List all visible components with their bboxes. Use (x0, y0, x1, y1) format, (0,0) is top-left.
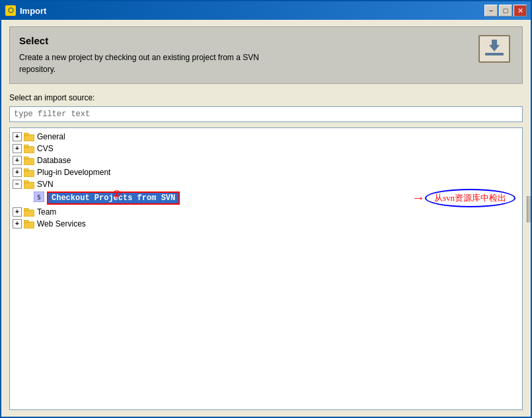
svg-text:S: S (37, 194, 40, 201)
folder-icon-cvs (24, 144, 34, 153)
download-icon (482, 38, 506, 59)
annotation-number: ① (112, 189, 121, 200)
expand-svn[interactable]: − (13, 180, 22, 189)
svg-rect-0 (485, 53, 504, 55)
svg-rect-4 (24, 133, 28, 135)
tree-item-webservices[interactable]: + Web Services (10, 218, 522, 230)
annotation-arrow-icon: → (414, 191, 422, 206)
svg-rect-18 (24, 220, 28, 223)
checkout-row-container: ① S Checkout Projects from SVN (10, 190, 522, 206)
svn-icon-inner (478, 35, 510, 63)
section-heading: Select (19, 35, 468, 46)
svg-rect-12 (24, 180, 28, 183)
svg-rect-17 (24, 222, 34, 228)
tree-item-database-label: Database (37, 156, 71, 165)
svg-rect-15 (24, 210, 34, 217)
section-description: Create a new project by checking out an … (19, 52, 468, 75)
tree-item-webservices-label: Web Services (37, 219, 86, 228)
expand-database[interactable]: + (13, 156, 22, 165)
minimize-button[interactable]: − (484, 5, 498, 17)
annotation-container: → 从svn资源库中检出 (414, 189, 515, 207)
expand-cvs[interactable]: + (13, 144, 22, 153)
svg-rect-2 (492, 40, 497, 46)
svg-rect-8 (24, 157, 28, 159)
tree-item-database[interactable]: + Database (10, 155, 522, 166)
window-controls: − □ ✕ (484, 5, 527, 17)
checkout-icon: S (34, 192, 44, 205)
svg-rect-3 (24, 135, 34, 141)
svg-rect-6 (24, 145, 28, 147)
svn-icon (478, 35, 513, 65)
import-dialog: ⬡ Import − □ ✕ Select Create a new proje… (0, 0, 532, 418)
folder-icon-general (24, 132, 34, 141)
folder-icon-webservices (24, 219, 34, 228)
expand-team[interactable]: + (13, 207, 22, 217)
tree-item-cvs[interactable]: + CVS (10, 143, 522, 155)
header-section: Select Create a new project by checking … (9, 26, 523, 84)
folder-icon-svn (24, 180, 34, 189)
svg-rect-9 (24, 170, 34, 177)
filter-input[interactable] (9, 106, 523, 122)
tree-view: + General + (9, 127, 523, 410)
folder-icon-database (24, 156, 34, 165)
tree-item-general-label: General (37, 132, 65, 141)
title-bar: ⬡ Import − □ ✕ (1, 1, 531, 20)
svg-rect-5 (24, 147, 34, 153)
expand-plugin[interactable]: + (13, 168, 22, 177)
dialog-content: Select Create a new project by checking … (1, 20, 531, 417)
tree-item-cvs-label: CVS (37, 144, 54, 153)
import-source-label: Select an import source: (9, 93, 523, 102)
maximize-button[interactable]: □ (499, 5, 512, 17)
svg-rect-16 (24, 208, 28, 211)
folder-icon-team (24, 207, 34, 217)
header-text-area: Select Create a new project by checking … (19, 35, 468, 75)
expand-general[interactable]: + (13, 132, 22, 141)
svg-rect-10 (24, 168, 28, 171)
tree-item-svn-label: SVN (37, 180, 54, 189)
window-title: Import (20, 6, 484, 16)
annotation-text: 从svn资源库中检出 (425, 189, 515, 207)
expand-webservices[interactable]: + (13, 219, 22, 228)
svg-rect-11 (24, 182, 34, 189)
tree-item-general[interactable]: + General (10, 131, 522, 143)
tree-item-plugin[interactable]: + Plug-in Development (10, 166, 522, 178)
resize-handle[interactable] (527, 196, 531, 223)
svg-rect-7 (24, 158, 34, 165)
tree-item-plugin-label: Plug-in Development (37, 168, 110, 177)
close-button[interactable]: ✕ (513, 5, 527, 17)
tree-item-team-label: Team (37, 207, 56, 217)
window-icon: ⬡ (5, 5, 16, 16)
folder-icon-plugin (24, 168, 34, 177)
tree-item-team[interactable]: + Team (10, 206, 522, 218)
import-source-section: Select an import source: + General (9, 93, 523, 410)
